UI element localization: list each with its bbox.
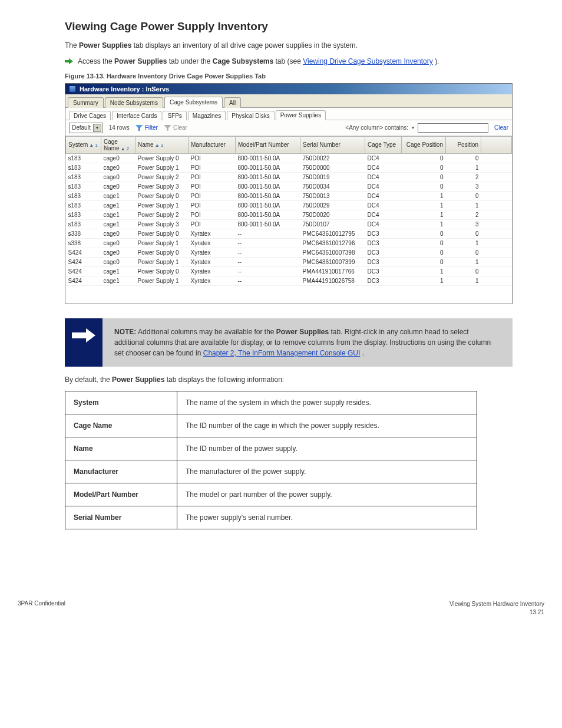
col-system[interactable]: System▲ 1 — [66, 136, 101, 153]
clear-link[interactable]: Clear — [494, 124, 508, 131]
table-row[interactable]: s338cage0Power Supply 1Xyratex--PMC64361… — [66, 238, 512, 248]
cell-sys: s338 — [66, 238, 101, 248]
col-manufacturer[interactable]: Manufacturer — [189, 136, 236, 153]
col-serial-number[interactable]: Serial Number — [300, 136, 365, 153]
cell-cage: cage1 — [101, 266, 135, 276]
cell-type: DC4 — [365, 172, 402, 182]
table-row[interactable]: S424cage1Power Supply 1Xyratex--PMA44191… — [66, 276, 512, 285]
step-close: ). — [435, 57, 439, 65]
col-name[interactable]: Name▲ 3 — [135, 136, 189, 153]
table-row[interactable]: s183cage1Power Supply 3POI800-0011-50.0A… — [66, 219, 512, 229]
tab-node-subsystems[interactable]: Node Subsystems — [105, 97, 163, 108]
cell-model: -- — [236, 229, 300, 238]
definition-term: System — [65, 391, 177, 414]
col-model-part-number[interactable]: Model/Part Number — [236, 136, 300, 153]
cell-cp: 1 — [402, 219, 446, 229]
footer-right-bottom: 13.21 — [449, 608, 544, 617]
cell-pos: 1 — [446, 276, 481, 285]
col-cage-position[interactable]: Cage Position — [402, 136, 446, 153]
cell-model: -- — [236, 276, 300, 285]
table-row[interactable]: s183cage1Power Supply 2POI800-0011-50.0A… — [66, 210, 512, 219]
table-row[interactable]: s183cage0Power Supply 3POI800-0011-50.0A… — [66, 182, 512, 191]
view-select[interactable]: Default — [69, 123, 103, 133]
cell-cp: 0 — [402, 172, 446, 182]
subtab-magazines[interactable]: Magazines — [188, 111, 226, 120]
tab-row: SummaryNode SubsystemsCage SubsystemsAll — [65, 94, 512, 108]
cell-mfr: Xyratex — [189, 257, 236, 266]
cell-spacer — [481, 191, 512, 200]
tab-all[interactable]: All — [224, 97, 241, 108]
cell-serial: 750D0029 — [300, 200, 365, 210]
definition-desc: The ID number of the power supply. — [177, 437, 477, 460]
cell-serial: PMC643610007398 — [300, 248, 365, 257]
cell-cage: cage1 — [101, 200, 135, 210]
cell-spacer — [481, 182, 512, 191]
app-window: Hardware Inventory : InServs SummaryNode… — [65, 83, 513, 304]
col-position[interactable]: Position — [446, 136, 481, 153]
footer-right: Viewing System Hardware Inventory 13.21 — [449, 600, 544, 617]
cell-sys: s183 — [66, 219, 101, 229]
cell-cage: cage0 — [101, 248, 135, 257]
table-row[interactable]: s183cage1Power Supply 0POI800-0011-50.0A… — [66, 191, 512, 200]
cell-mfr: Xyratex — [189, 248, 236, 257]
cell-serial: PMC643610007399 — [300, 257, 365, 266]
cell-spacer — [481, 229, 512, 238]
cell-type: DC4 — [365, 210, 402, 219]
subtab-drive-cages[interactable]: Drive Cages — [69, 111, 111, 120]
table-row[interactable]: s183cage1Power Supply 1POI800-0011-50.0A… — [66, 200, 512, 210]
cell-cage: cage0 — [101, 229, 135, 238]
cell-model: 800-0011-50.0A — [236, 163, 300, 172]
col-cage-type[interactable]: Cage Type — [365, 136, 402, 153]
tab-cage-subsystems[interactable]: Cage Subsystems — [164, 97, 223, 108]
step-tab2: Cage Subsystems — [213, 57, 273, 65]
desc-prefix: By default, the — [65, 375, 112, 384]
col-cage-name[interactable]: Cage Name▲ 2 — [101, 136, 135, 153]
definition-row: ManufacturerThe manufacturer of the powe… — [65, 460, 477, 483]
cell-type: DC3 — [365, 276, 402, 285]
table-row[interactable]: s183cage0Power Supply 2POI800-0011-50.0A… — [66, 172, 512, 182]
step-row: Access the Power Supplies tab under the … — [65, 57, 544, 67]
footer-right-top: Viewing System Hardware Inventory — [449, 600, 544, 608]
table-row[interactable]: S424cage0Power Supply 0Xyratex--PMC64361… — [66, 248, 512, 257]
cell-serial: PMA441910017766 — [300, 266, 365, 276]
subtab-interface-cards[interactable]: Interface Cards — [112, 111, 161, 120]
subtab-power-supplies[interactable]: Power Supplies — [276, 110, 326, 120]
definition-row: Model/Part NumberThe model or part numbe… — [65, 483, 477, 506]
definition-row: Cage NameThe ID number of the cage in wh… — [65, 414, 477, 437]
cell-pos: 2 — [446, 172, 481, 182]
cell-cage: cage0 — [101, 153, 135, 163]
intro-tab-name: Power Supplies — [79, 41, 131, 50]
step-link[interactable]: Viewing Drive Cage Subsystem Inventory — [303, 57, 433, 65]
definition-desc: The ID number of the cage in which the p… — [177, 414, 477, 437]
subtab-physical-disks[interactable]: Physical Disks — [227, 111, 274, 120]
table-row[interactable]: s183cage0Power Supply 1POI800-0011-50.0A… — [66, 163, 512, 172]
tab-summary[interactable]: Summary — [68, 97, 104, 108]
cell-sys: S424 — [66, 266, 101, 276]
clear-filter-icon — [164, 125, 171, 131]
clear-filter-button[interactable]: Clear — [164, 124, 187, 131]
cell-spacer — [481, 276, 512, 285]
cell-mfr: POI — [189, 210, 236, 219]
anycolumn-input[interactable] — [418, 123, 488, 133]
table-row[interactable]: s338cage0Power Supply 0Xyratex--PMC64361… — [66, 229, 512, 238]
note-link[interactable]: Chapter 2, The InForm Management Console… — [203, 349, 361, 357]
cell-spacer — [481, 172, 512, 182]
cell-serial: 750D0034 — [300, 182, 365, 191]
desc-tab: Power Supplies — [112, 375, 164, 384]
table-row[interactable]: S424cage0Power Supply 1Xyratex--PMC64361… — [66, 257, 512, 266]
note-lead: NOTE: — [114, 328, 136, 336]
table-row[interactable]: s183cage0Power Supply 0POI800-0011-50.0A… — [66, 153, 512, 163]
cell-spacer — [481, 153, 512, 163]
subtab-sfps[interactable]: SFPs — [163, 111, 186, 120]
cell-spacer — [481, 219, 512, 229]
cell-pos: 0 — [446, 266, 481, 276]
desc-lead: By default, the Power Supplies tab displ… — [65, 375, 495, 385]
anycolumn-filter: <Any column> contains: ▾ — [345, 123, 488, 133]
cell-pos: 0 — [446, 153, 481, 163]
table-row[interactable]: S424cage1Power Supply 0Xyratex--PMA44191… — [66, 266, 512, 276]
cell-name: Power Supply 1 — [135, 276, 189, 285]
cell-pos: 1 — [446, 200, 481, 210]
cell-spacer — [481, 200, 512, 210]
filter-button[interactable]: Filter — [135, 124, 158, 131]
chevron-down-icon[interactable]: ▾ — [412, 125, 414, 130]
